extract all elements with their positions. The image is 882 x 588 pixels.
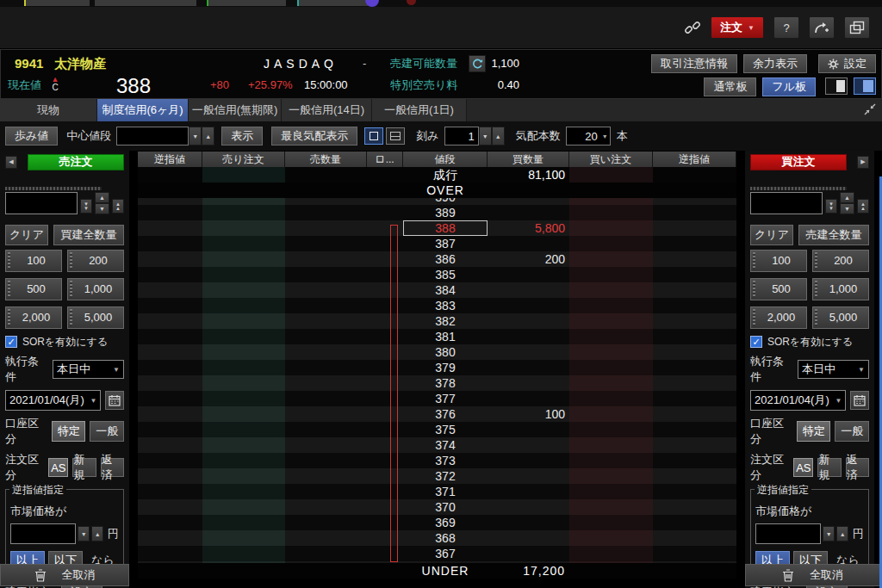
board-cell[interactable] xyxy=(367,205,403,220)
board-cell[interactable] xyxy=(202,329,285,344)
tab-genbutsu[interactable]: 現物 xyxy=(0,99,97,121)
tab-ippan-mukigen[interactable]: 一般信用(無期限) xyxy=(189,99,282,121)
scroll-right-icon[interactable]: ▶ xyxy=(857,156,869,169)
board-cell[interactable] xyxy=(138,546,202,561)
sell-order-button[interactable]: 売注文 xyxy=(28,154,124,170)
board-cell[interactable] xyxy=(653,360,736,375)
board-cell[interactable] xyxy=(367,313,403,329)
board-cell[interactable] xyxy=(569,198,653,205)
board-cell[interactable] xyxy=(285,329,367,344)
price-cell[interactable]: 384 xyxy=(403,282,488,298)
board-cell[interactable] xyxy=(285,530,367,546)
board-cell[interactable] xyxy=(202,530,285,546)
board-cell[interactable] xyxy=(202,546,285,561)
calendar-icon[interactable] xyxy=(105,391,124,410)
board-cell[interactable] xyxy=(367,468,403,484)
board-cell[interactable] xyxy=(285,546,367,561)
buy-qty-cell[interactable] xyxy=(488,437,569,453)
board-cell[interactable] xyxy=(285,484,367,499)
board-cell[interactable] xyxy=(367,329,403,344)
board-cell[interactable] xyxy=(367,515,403,530)
buy-qty-cell[interactable] xyxy=(488,515,569,530)
buy-qty-input[interactable] xyxy=(750,192,823,214)
step-input[interactable]: 1 xyxy=(444,127,479,145)
board-cell[interactable] xyxy=(569,406,653,422)
col-header-buy-orders[interactable]: 買い注文 xyxy=(569,152,653,167)
board-cell[interactable] xyxy=(202,453,285,468)
board-cell[interactable] xyxy=(285,198,367,205)
account-general-button[interactable]: 一般 xyxy=(90,421,124,442)
buy-qty-cell[interactable] xyxy=(488,360,569,375)
double-down-icon[interactable]: ▼▼ xyxy=(825,199,837,214)
board-cell[interactable] xyxy=(367,220,403,236)
price-cell[interactable]: 375 xyxy=(403,422,488,437)
board-cell[interactable] xyxy=(653,198,736,205)
ladder-row-387[interactable]: 387 xyxy=(138,236,736,251)
clear-button[interactable]: クリア xyxy=(750,225,793,245)
price-cell[interactable]: 380 xyxy=(403,344,488,360)
board-cell[interactable] xyxy=(202,267,285,282)
board-cell[interactable] xyxy=(202,499,285,515)
ladder-row-378[interactable]: 378 xyxy=(138,375,736,391)
qty-button-500[interactable]: 500 xyxy=(5,278,62,300)
board-cell[interactable] xyxy=(138,360,202,375)
board-cell[interactable] xyxy=(367,453,403,468)
board-cell[interactable] xyxy=(367,236,403,251)
board-cell[interactable] xyxy=(285,406,367,422)
board-cell[interactable] xyxy=(653,267,736,282)
board-cell[interactable] xyxy=(202,282,285,298)
board-cell[interactable] xyxy=(653,468,736,484)
board-cell[interactable] xyxy=(569,298,653,313)
under-row[interactable]: UNDER 17,200 xyxy=(138,563,736,579)
board-cell[interactable] xyxy=(569,515,653,530)
ladder-row-368[interactable]: 368 xyxy=(138,530,736,546)
board-cell[interactable] xyxy=(138,530,202,546)
board-cell[interactable] xyxy=(202,484,285,499)
step-down-icon[interactable]: ▼ xyxy=(479,127,492,145)
board-cell[interactable] xyxy=(569,251,653,267)
ladder-row-371[interactable]: 371 xyxy=(138,484,736,499)
sor-checkbox[interactable]: ✓ xyxy=(750,336,762,348)
board-cell[interactable] xyxy=(367,437,403,453)
market-order-row[interactable]: 成行 81,100 xyxy=(138,167,736,183)
stop-price-down-icon[interactable]: ▼ xyxy=(78,526,90,542)
board-cell[interactable] xyxy=(202,205,285,220)
board-cell[interactable] xyxy=(138,515,202,530)
board-cell[interactable] xyxy=(569,437,653,453)
new-window-icon[interactable] xyxy=(809,16,835,39)
board-cell[interactable] xyxy=(285,499,367,515)
board-cell[interactable] xyxy=(367,484,403,499)
tab-ippan-14[interactable]: 一般信用(14日) xyxy=(282,99,372,121)
board-cell[interactable] xyxy=(202,561,285,563)
board-cell[interactable] xyxy=(202,468,285,484)
cascade-windows-icon[interactable] xyxy=(844,16,870,39)
qty-down-icon[interactable]: ▼ xyxy=(840,203,854,214)
board-cell[interactable] xyxy=(569,561,653,563)
board-cell[interactable] xyxy=(569,360,653,375)
board-cell[interactable] xyxy=(285,205,367,220)
link-icon[interactable] xyxy=(684,19,701,36)
board-cell[interactable] xyxy=(367,561,403,563)
close-all-qty-button[interactable]: 買建全数量 xyxy=(53,225,124,245)
board-cell[interactable] xyxy=(653,391,736,406)
ladder-row-370[interactable]: 370 xyxy=(138,499,736,515)
board-cell[interactable] xyxy=(138,329,202,344)
board-cell[interactable] xyxy=(653,282,736,298)
ladder-row-373[interactable]: 373 xyxy=(138,453,736,468)
stop-price-up-icon[interactable]: ▲ xyxy=(836,526,848,542)
buy-qty-cell[interactable] xyxy=(488,329,569,344)
ladder-row-386[interactable]: 386200 xyxy=(138,251,736,267)
price-cell[interactable]: 388 xyxy=(403,220,488,236)
board-cell[interactable] xyxy=(138,220,202,236)
col-header-stop-sell[interactable]: 逆指値 xyxy=(138,152,202,167)
price-cell[interactable]: 366 xyxy=(403,561,488,563)
price-cell[interactable]: 371 xyxy=(403,484,488,499)
order-class-repay-button[interactable]: 返済 xyxy=(101,458,124,477)
board-cell[interactable] xyxy=(653,530,736,546)
ladder-row-379[interactable]: 379 xyxy=(138,360,736,375)
drag-grip[interactable] xyxy=(750,187,847,190)
buy-order-button[interactable]: 買注文 xyxy=(750,154,847,170)
quote-view-box-icon[interactable] xyxy=(364,127,383,145)
board-cell[interactable] xyxy=(202,360,285,375)
buy-qty-cell[interactable] xyxy=(488,530,569,546)
